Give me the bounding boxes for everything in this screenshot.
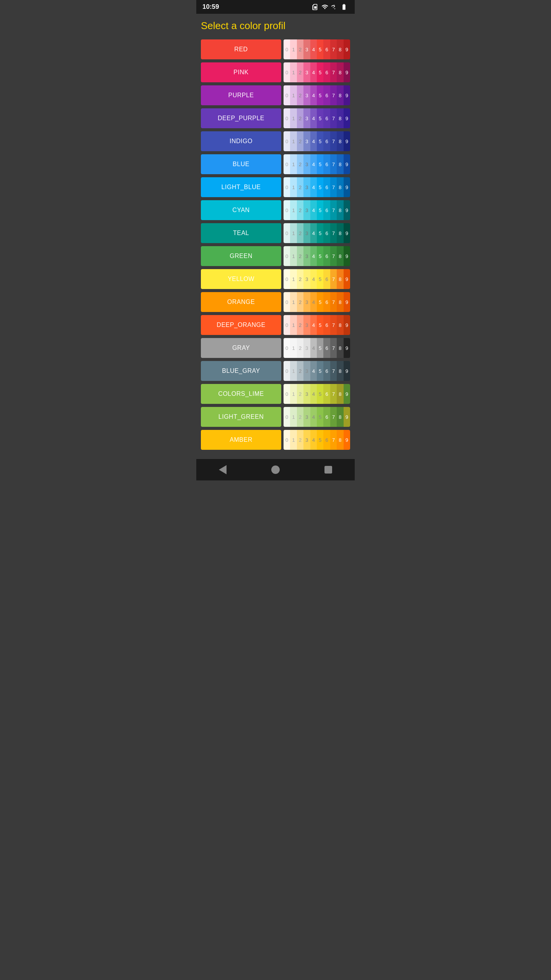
swatch-item[interactable]: 0 xyxy=(284,223,290,243)
swatch-item[interactable]: 7 xyxy=(330,108,337,128)
swatch-item[interactable]: 3 xyxy=(303,269,310,289)
swatch-item[interactable]: 5 xyxy=(317,39,323,59)
swatch-item[interactable]: 1 xyxy=(290,430,297,450)
swatch-item[interactable]: 7 xyxy=(330,407,337,427)
swatch-item[interactable]: 3 xyxy=(303,315,310,335)
swatch-item[interactable]: 8 xyxy=(337,131,343,151)
color-label-button[interactable]: YELLOW xyxy=(201,269,281,289)
color-label-button[interactable]: GRAY xyxy=(201,338,281,358)
swatch-item[interactable]: 5 xyxy=(317,361,323,381)
swatch-item[interactable]: 5 xyxy=(317,407,323,427)
swatch-item[interactable]: 0 xyxy=(284,315,290,335)
swatch-item[interactable]: 9 xyxy=(344,154,350,174)
swatch-item[interactable]: 0 xyxy=(284,292,290,312)
swatch-item[interactable]: 6 xyxy=(323,200,330,220)
swatch-item[interactable]: 5 xyxy=(317,108,323,128)
color-label-button[interactable]: DEEP_PURPLE xyxy=(201,108,281,128)
swatch-item[interactable]: 6 xyxy=(323,154,330,174)
swatch-item[interactable]: 6 xyxy=(323,315,330,335)
swatch-item[interactable]: 4 xyxy=(310,85,317,105)
swatch-item[interactable]: 4 xyxy=(310,62,317,82)
swatch-item[interactable]: 1 xyxy=(290,200,297,220)
swatch-item[interactable]: 3 xyxy=(303,246,310,266)
swatch-item[interactable]: 0 xyxy=(284,85,290,105)
swatch-item[interactable]: 3 xyxy=(303,292,310,312)
swatch-item[interactable]: 5 xyxy=(317,223,323,243)
swatch-item[interactable]: 8 xyxy=(337,361,343,381)
swatch-item[interactable]: 8 xyxy=(337,85,343,105)
swatch-item[interactable]: 7 xyxy=(330,154,337,174)
swatch-item[interactable]: 1 xyxy=(290,292,297,312)
swatch-item[interactable]: 2 xyxy=(297,269,303,289)
swatch-item[interactable]: 2 xyxy=(297,108,303,128)
swatch-item[interactable]: 4 xyxy=(310,338,317,358)
swatch-item[interactable]: 1 xyxy=(290,62,297,82)
swatch-item[interactable]: 5 xyxy=(317,338,323,358)
swatch-item[interactable]: 1 xyxy=(290,85,297,105)
swatch-item[interactable]: 7 xyxy=(330,384,337,404)
color-label-button[interactable]: CYAN xyxy=(201,200,281,220)
swatch-item[interactable]: 3 xyxy=(303,384,310,404)
color-label-button[interactable]: PINK xyxy=(201,62,281,82)
swatch-item[interactable]: 6 xyxy=(323,269,330,289)
swatch-item[interactable]: 2 xyxy=(297,361,303,381)
swatch-item[interactable]: 1 xyxy=(290,177,297,197)
swatch-item[interactable]: 8 xyxy=(337,407,343,427)
swatch-item[interactable]: 4 xyxy=(310,154,317,174)
swatch-item[interactable]: 3 xyxy=(303,131,310,151)
swatch-item[interactable]: 6 xyxy=(323,177,330,197)
swatch-item[interactable]: 5 xyxy=(317,177,323,197)
swatch-item[interactable]: 9 xyxy=(344,338,350,358)
swatch-item[interactable]: 0 xyxy=(284,361,290,381)
color-label-button[interactable]: AMBER xyxy=(201,430,281,450)
swatch-item[interactable]: 9 xyxy=(344,361,350,381)
swatch-item[interactable]: 0 xyxy=(284,338,290,358)
swatch-item[interactable]: 1 xyxy=(290,407,297,427)
swatch-item[interactable]: 7 xyxy=(330,85,337,105)
swatch-item[interactable]: 2 xyxy=(297,430,303,450)
swatch-item[interactable]: 0 xyxy=(284,154,290,174)
swatch-item[interactable]: 1 xyxy=(290,361,297,381)
home-button[interactable] xyxy=(271,466,280,474)
swatch-item[interactable]: 4 xyxy=(310,223,317,243)
swatch-item[interactable]: 3 xyxy=(303,361,310,381)
color-label-button[interactable]: PURPLE xyxy=(201,85,281,105)
swatch-item[interactable]: 9 xyxy=(344,223,350,243)
swatch-item[interactable]: 3 xyxy=(303,154,310,174)
swatch-item[interactable]: 7 xyxy=(330,269,337,289)
swatch-item[interactable]: 5 xyxy=(317,200,323,220)
swatch-item[interactable]: 9 xyxy=(344,384,350,404)
swatch-item[interactable]: 8 xyxy=(337,315,343,335)
recents-button[interactable] xyxy=(324,466,332,474)
swatch-item[interactable]: 2 xyxy=(297,85,303,105)
color-label-button[interactable]: BLUE xyxy=(201,154,281,174)
swatch-item[interactable]: 4 xyxy=(310,177,317,197)
swatch-item[interactable]: 4 xyxy=(310,292,317,312)
swatch-item[interactable]: 5 xyxy=(317,62,323,82)
swatch-item[interactable]: 4 xyxy=(310,430,317,450)
swatch-item[interactable]: 6 xyxy=(323,131,330,151)
swatch-item[interactable]: 2 xyxy=(297,384,303,404)
swatch-item[interactable]: 3 xyxy=(303,407,310,427)
swatch-item[interactable]: 7 xyxy=(330,246,337,266)
swatch-item[interactable]: 7 xyxy=(330,177,337,197)
swatch-item[interactable]: 8 xyxy=(337,154,343,174)
swatch-item[interactable]: 2 xyxy=(297,131,303,151)
swatch-item[interactable]: 0 xyxy=(284,39,290,59)
swatch-item[interactable]: 6 xyxy=(323,108,330,128)
swatch-item[interactable]: 6 xyxy=(323,338,330,358)
swatch-item[interactable]: 8 xyxy=(337,62,343,82)
swatch-item[interactable]: 0 xyxy=(284,246,290,266)
swatch-item[interactable]: 4 xyxy=(310,39,317,59)
swatch-item[interactable]: 8 xyxy=(337,292,343,312)
swatch-item[interactable]: 4 xyxy=(310,200,317,220)
color-label-button[interactable]: TEAL xyxy=(201,223,281,243)
swatch-item[interactable]: 8 xyxy=(337,39,343,59)
swatch-item[interactable]: 6 xyxy=(323,361,330,381)
swatch-item[interactable]: 1 xyxy=(290,384,297,404)
swatch-item[interactable]: 2 xyxy=(297,39,303,59)
swatch-item[interactable]: 6 xyxy=(323,407,330,427)
swatch-item[interactable]: 3 xyxy=(303,85,310,105)
swatch-item[interactable]: 8 xyxy=(337,246,343,266)
color-label-button[interactable]: INDIGO xyxy=(201,131,281,151)
